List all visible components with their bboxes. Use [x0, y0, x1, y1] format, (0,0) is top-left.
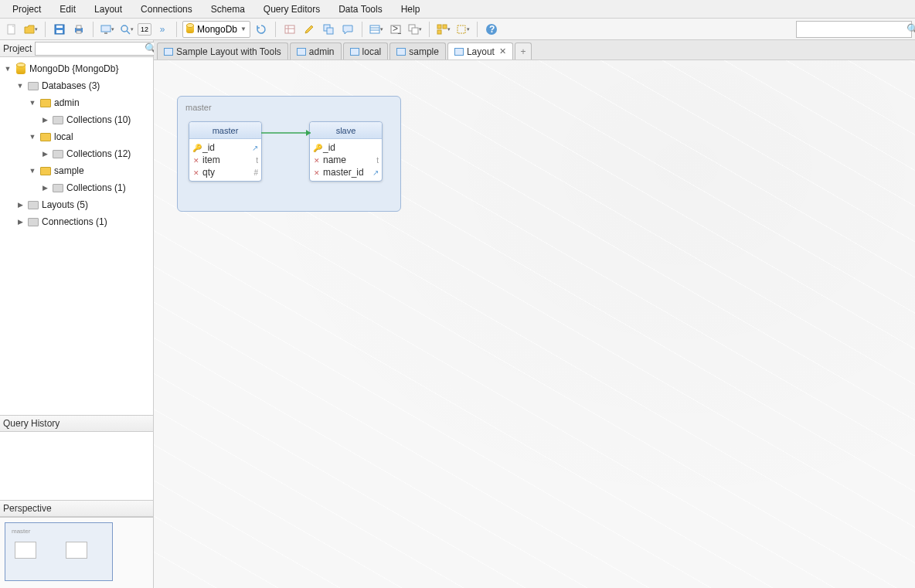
folder-icon — [53, 116, 63, 124]
svg-rect-15 — [327, 28, 333, 34]
folder-yellow-icon — [40, 99, 51, 107]
print-icon[interactable] — [70, 21, 87, 38]
svg-point-9 — [121, 25, 128, 32]
tree-db-sample[interactable]: ▼sample — [0, 162, 153, 179]
tree-connections[interactable]: ▶Connections (1) — [0, 213, 153, 230]
project-search-input[interactable] — [38, 44, 145, 53]
new-file-icon[interactable] — [3, 21, 20, 38]
search-input[interactable] — [800, 25, 906, 34]
console-icon[interactable]: >_ — [387, 21, 404, 38]
svg-rect-2 — [56, 30, 63, 33]
disclosure-icon[interactable]: ▶ — [15, 218, 25, 226]
menu-project[interactable]: Project — [3, 2, 50, 17]
menu-query-editors[interactable]: Query Editors — [254, 2, 329, 17]
project-search[interactable]: 🔍 — [35, 42, 160, 56]
entity-slave[interactable]: slave🔑_id✕namet✕master_id↗ — [309, 121, 383, 182]
duplicate-icon[interactable] — [320, 21, 337, 38]
disclosure-icon[interactable]: ▼ — [15, 82, 25, 90]
connection-selector[interactable]: MongoDb ▼ — [182, 21, 250, 38]
svg-rect-16 — [370, 25, 379, 33]
open-folder-icon[interactable]: ▾ — [22, 21, 39, 38]
forward-icon[interactable]: » — [154, 21, 171, 38]
tree-db-admin[interactable]: ▼admin — [0, 94, 153, 111]
folder-icon — [53, 184, 63, 192]
pencil-icon[interactable] — [301, 21, 318, 38]
schema-group[interactable]: master master🔑_id↗✕itemt✕qty# slave🔑_id✕… — [177, 96, 401, 212]
tree-layouts[interactable]: ▶Layouts (5) — [0, 196, 153, 213]
arrange-icon[interactable]: ▾ — [435, 21, 452, 38]
layout-icon — [164, 48, 173, 56]
select-icon[interactable]: ▾ — [454, 21, 471, 38]
search-icon: 🔍 — [906, 23, 915, 35]
diagram-canvas[interactable]: master master🔑_id↗✕itemt✕qty# slave🔑_id✕… — [154, 60, 915, 588]
tree-coll-admin[interactable]: ▶Collections (10) — [0, 111, 153, 128]
project-label: Project — [3, 43, 32, 54]
field-row[interactable]: 🔑_id↗ — [192, 141, 258, 154]
tree-databases[interactable]: ▼Databases (3) — [0, 77, 153, 94]
tab-add-button[interactable]: + — [515, 42, 532, 59]
entity-header[interactable]: slave — [310, 122, 382, 139]
menu-bar: ProjectEditLayoutConnectionsSchemaQuery … — [0, 0, 915, 19]
tree-root[interactable]: ▼MongoDb {MongoDb} — [0, 60, 153, 77]
svg-text:?: ? — [489, 24, 495, 35]
tab-local[interactable]: local — [343, 42, 389, 59]
main-toolbar: ▾ ▾ ▾ 12 » MongoDb ▼ ▾ >_ ▾ ▾ ▾ ? 🔍 — [0, 19, 915, 40]
field-row[interactable]: ✕itemt — [192, 154, 258, 166]
monitor-icon[interactable]: ▾ — [99, 21, 116, 38]
close-icon[interactable]: ✕ — [499, 46, 506, 56]
menu-data-tools[interactable]: Data Tools — [329, 2, 391, 17]
connection-label: MongoDb — [197, 24, 237, 35]
field-row[interactable]: ✕master_id↗ — [313, 166, 379, 178]
disclosure-icon[interactable]: ▶ — [40, 150, 49, 158]
menu-layout[interactable]: Layout — [85, 2, 131, 17]
project-panel-header: Project 🔍 — [0, 40, 153, 57]
field-row[interactable]: 🔑_id — [313, 141, 379, 154]
tree-db-local[interactable]: ▼local — [0, 128, 153, 145]
tree-coll-local[interactable]: ▶Collections (12) — [0, 145, 153, 162]
tree-coll-sample[interactable]: ▶Collections (1) — [0, 179, 153, 196]
query-history-header[interactable]: Query History — [0, 415, 153, 432]
zoom-icon[interactable]: ▾ — [118, 21, 135, 38]
save-icon[interactable] — [51, 21, 68, 38]
perspective-minimap[interactable]: master — [0, 517, 153, 588]
tab-admin[interactable]: admin — [290, 42, 342, 59]
schema-group-title: master — [185, 103, 393, 112]
disclosure-icon[interactable]: ▼ — [28, 99, 37, 107]
table-icon[interactable] — [281, 21, 298, 38]
field-row[interactable]: ✕namet — [313, 154, 379, 166]
svg-rect-11 — [285, 25, 294, 33]
folder-icon — [28, 201, 39, 209]
field-icon: ✕ — [193, 157, 199, 165]
entity-header[interactable]: master — [189, 122, 261, 139]
disclosure-icon[interactable]: ▼ — [28, 133, 37, 141]
number-badge[interactable]: 12 — [138, 23, 151, 36]
layers-icon[interactable]: ▾ — [406, 21, 423, 38]
tab-strip: Sample Layout with Toolsadminlocalsample… — [154, 40, 915, 60]
project-tree[interactable]: ▼MongoDb {MongoDb}▼Databases (3)▼admin▶C… — [0, 57, 153, 415]
disclosure-icon[interactable]: ▶ — [40, 184, 49, 192]
refresh-icon[interactable] — [253, 21, 270, 38]
help-icon[interactable]: ? — [483, 21, 500, 38]
comment-icon[interactable] — [339, 21, 356, 38]
tab-sample-layout-with-tools[interactable]: Sample Layout with Tools — [157, 42, 288, 59]
grid-icon[interactable]: ▾ — [368, 21, 385, 38]
menu-schema[interactable]: Schema — [202, 2, 254, 17]
global-search[interactable]: 🔍 — [796, 21, 912, 38]
menu-connections[interactable]: Connections — [131, 2, 202, 17]
menu-edit[interactable]: Edit — [50, 2, 85, 17]
tab-layout[interactable]: Layout✕ — [447, 42, 513, 59]
perspective-header[interactable]: Perspective — [0, 500, 153, 517]
disclosure-icon[interactable]: ▶ — [15, 201, 25, 209]
disclosure-icon[interactable]: ▶ — [40, 116, 49, 124]
svg-rect-23 — [437, 25, 441, 29]
layout-icon — [396, 48, 406, 56]
field-icon: ✕ — [314, 157, 320, 165]
svg-rect-8 — [104, 32, 107, 34]
disclosure-icon[interactable]: ▼ — [28, 167, 37, 175]
entity-master[interactable]: master🔑_id↗✕itemt✕qty# — [189, 121, 262, 182]
tab-sample[interactable]: sample — [389, 42, 446, 59]
folder-icon — [28, 218, 39, 226]
field-row[interactable]: ✕qty# — [192, 166, 258, 178]
disclosure-icon[interactable]: ▼ — [3, 65, 12, 73]
menu-help[interactable]: Help — [392, 2, 430, 17]
